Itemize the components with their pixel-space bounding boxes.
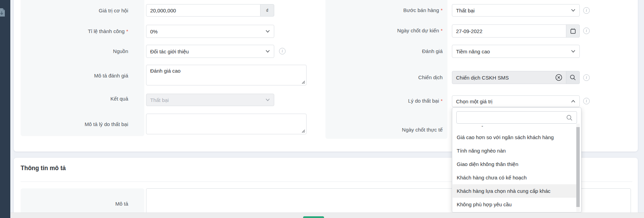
lost-note-textarea[interactable] [146,114,307,134]
lost-reason-dropdown-panel: - Giá cao hơn so với ngân sách khách hàn… [452,107,581,212]
source-label: Nguồn [21,48,128,55]
sales-stage-select[interactable]: Thất bại [452,4,580,17]
success-rate-select[interactable]: 0% [146,25,274,38]
bottom-action-bar [10,212,644,218]
rating-label: Đánh giá [325,48,443,55]
info-icon[interactable]: i [583,98,590,104]
resize-grip-icon[interactable] [302,129,305,133]
dropdown-option[interactable]: Không phù hợp yêu cầu [453,198,577,211]
required-asterisk: * [441,98,443,104]
dropdown-scrollbar-thumb[interactable] [576,127,580,207]
review-note-textarea[interactable]: Đánh giá cao [146,65,307,85]
lost-reason-label: Lý do thất bại* [325,97,443,105]
result-label: Kết quả [21,95,128,103]
review-note-label: Mô tả đánh giá [21,72,128,80]
source-value: Đối tác giới thiệu [150,49,189,54]
dropdown-clipped-item[interactable]: - [481,123,483,129]
success-rate-value: 0% [150,29,158,34]
section-title: Thông tin mô tả [21,165,66,172]
chevron-down-icon [266,30,270,33]
review-note-text: Đánh giá cao [150,68,180,74]
currency-addon: ₫ [260,4,274,17]
actual-close-date-label: Ngày chốt thực tế [325,126,443,134]
opportunity-edit-page: Giá trị cơ hội Tỉ lệ thành công* Nguồn M… [0,0,644,218]
campaign-label: Chiến dịch [325,74,443,81]
info-icon[interactable]: i [583,28,590,34]
chevron-down-icon [266,98,270,101]
info-icon[interactable]: i [279,48,286,54]
left-label-panel [21,0,144,136]
success-rate-label: Tỉ lệ thành công* [21,28,128,35]
currency-symbol: ₫ [266,8,269,13]
dropdown-option[interactable]: Tính năng nghèo nàn [453,144,577,157]
dropdown-option-highlighted[interactable]: Khách hàng lựa chọn nhà cung cấp khác [453,184,577,198]
opportunity-value-text: 20,000,000 [150,8,176,13]
opportunity-value-label: Giá trị cơ hội [21,7,128,14]
dropdown-search-input[interactable] [456,111,577,124]
search-icon [566,115,573,121]
chevron-down-icon [266,50,270,53]
download-file-icon[interactable] [0,8,5,17]
lost-reason-combobox[interactable]: Chọn một giá trị [452,95,580,107]
required-asterisk: * [441,8,443,13]
right-label-panel [325,0,447,139]
sales-stage-label: Bước bán hàng* [325,7,443,14]
lost-reason-value: Chọn một giá trị [456,98,492,104]
rating-select[interactable]: Tiềm năng cao [452,45,580,58]
campaign-value: Chiến dịch CSKH SMS [456,75,509,81]
chevron-down-icon [571,9,575,12]
source-select[interactable]: Đối tác giới thiệu [146,45,274,58]
expected-close-date-value: 27-09-2022 [456,28,482,34]
dropdown-option[interactable]: Giao diện không thân thiện [453,157,577,171]
expected-close-date-input[interactable]: 27-09-2022 [452,24,566,38]
chevron-down-icon [571,50,575,53]
opportunity-value-input[interactable]: 20,000,000 [146,4,260,17]
result-value: Thất bại [150,97,169,103]
campaign-search-button[interactable] [566,71,580,84]
info-icon[interactable]: i [583,7,590,14]
expected-close-date-label: Ngày chốt dự kiến* [325,27,443,34]
clear-icon[interactable] [555,74,563,81]
dropdown-option[interactable]: Khách hàng chưa có kế hoạch [453,171,577,184]
rating-value: Tiềm năng cao [456,49,490,54]
result-select-disabled: Thất bại [146,94,274,106]
dropdown-option[interactable]: Giá cao hơn so với ngân sách khách hàng [453,131,577,144]
calendar-icon [570,28,576,34]
date-picker-button[interactable] [566,24,580,38]
required-asterisk: * [441,28,443,33]
required-asterisk: * [126,29,128,34]
campaign-input[interactable]: Chiến dịch CSKH SMS [452,71,566,84]
description-label: Mô tả [21,200,128,208]
save-button[interactable] [303,216,324,218]
chevron-up-icon [571,100,575,103]
search-icon [570,74,576,81]
sales-stage-value: Thất bại [456,8,475,13]
lost-note-label: Mô tả lý do thất bại [21,121,128,128]
info-icon[interactable]: i [583,74,590,81]
resize-grip-icon[interactable] [302,81,305,84]
sidebar [0,0,10,218]
